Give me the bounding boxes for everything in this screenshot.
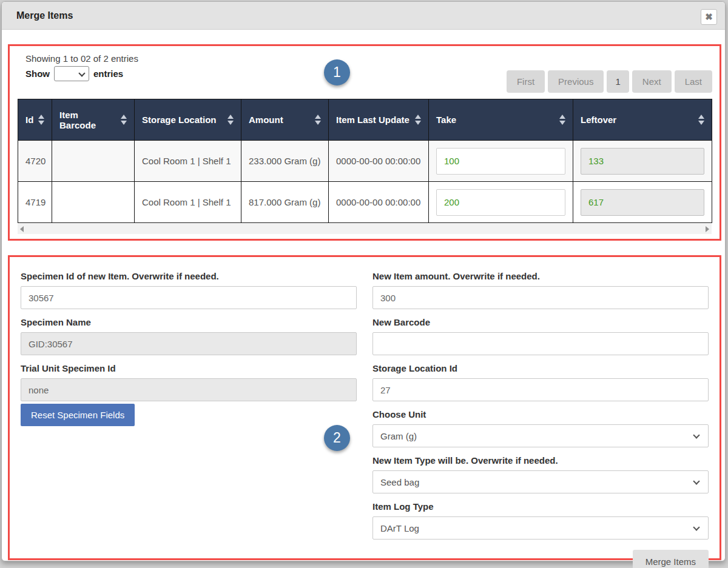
pagination-first-button[interactable]: First bbox=[507, 70, 545, 93]
cell-take bbox=[429, 141, 573, 182]
specimen-id-input[interactable] bbox=[21, 286, 357, 309]
cell-id: 4719 bbox=[18, 182, 52, 223]
merge-form-section: 2 Specimen Id of new Item. Overwrite if … bbox=[8, 255, 721, 560]
item-type-select-value: Seed bag bbox=[380, 477, 419, 487]
take-amount-input[interactable] bbox=[436, 148, 565, 175]
chevron-down-icon bbox=[693, 478, 699, 484]
chevron-down-icon bbox=[78, 70, 85, 76]
table-row: 4720 Cool Room 1 | Shelf 1 233.000 Gram … bbox=[18, 141, 712, 182]
step-1-badge: 1 bbox=[324, 59, 350, 85]
leftover-readout bbox=[581, 189, 704, 216]
merge-items-button[interactable]: Merge Items bbox=[633, 550, 709, 568]
pagination-last-button[interactable]: Last bbox=[675, 70, 712, 93]
items-table: Id Item Barcode Storage Location Amount … bbox=[18, 99, 712, 223]
unit-select-value: Gram (g) bbox=[380, 431, 417, 441]
column-header-take[interactable]: Take bbox=[429, 99, 573, 141]
table-row: 4719 Cool Room 1 | Shelf 1 817.000 Gram … bbox=[18, 182, 712, 223]
cell-leftover bbox=[573, 141, 712, 182]
pagination-previous-button[interactable]: Previous bbox=[548, 70, 604, 93]
sort-icon bbox=[698, 115, 704, 125]
leftover-readout bbox=[581, 148, 704, 175]
column-header-id[interactable]: Id bbox=[18, 99, 52, 141]
new-item-type-label: New Item Type will be. Overwrite if need… bbox=[372, 455, 709, 466]
show-label: Show bbox=[25, 68, 50, 79]
storage-location-id-input[interactable] bbox=[372, 378, 709, 401]
cell-amount: 817.000 Gram (g) bbox=[241, 182, 329, 223]
specimen-name-input bbox=[21, 332, 357, 355]
cell-id: 4720 bbox=[18, 141, 52, 182]
show-entries-row: Show entries bbox=[25, 66, 138, 81]
table-header-row: Id Item Barcode Storage Location Amount … bbox=[18, 99, 712, 141]
cell-take bbox=[429, 182, 573, 223]
reset-specimen-fields-button[interactable]: Reset Specimen Fields bbox=[21, 404, 135, 426]
merge-button-row: Merge Items bbox=[372, 550, 709, 568]
column-header-item-last-update[interactable]: Item Last Update bbox=[329, 99, 429, 141]
merge-items-dialog: Merge Items ✖ 1 Showing 1 to 02 of 2 ent… bbox=[1, 1, 726, 561]
column-header-amount[interactable]: Amount bbox=[241, 99, 329, 141]
sort-icon bbox=[415, 115, 421, 125]
new-item-amount-input[interactable] bbox=[372, 286, 709, 309]
column-header-leftover[interactable]: Leftover bbox=[573, 99, 712, 141]
item-log-type-select-value: DArT Log bbox=[380, 523, 419, 533]
new-barcode-label: New Barcode bbox=[372, 317, 709, 327]
cell-item-last-update: 0000-00-00 00:00:00 bbox=[329, 141, 429, 182]
cell-leftover bbox=[573, 182, 712, 223]
column-header-item-barcode[interactable]: Item Barcode bbox=[52, 99, 135, 141]
specimen-name-label: Specimen Name bbox=[21, 317, 357, 327]
items-table-section: 1 Showing 1 to 02 of 2 entries Show entr… bbox=[8, 44, 721, 241]
choose-unit-label: Choose Unit bbox=[372, 409, 709, 419]
specimen-id-label: Specimen Id of new Item. Overwrite if ne… bbox=[21, 271, 357, 281]
item-log-type-select[interactable]: DArT Log bbox=[372, 516, 709, 540]
showing-entries-text: Showing 1 to 02 of 2 entries bbox=[25, 53, 138, 64]
table-controls: Showing 1 to 02 of 2 entries Show entrie… bbox=[10, 46, 720, 93]
sort-icon bbox=[121, 115, 127, 125]
trial-unit-specimen-id-label: Trial Unit Specimen Id bbox=[21, 363, 357, 373]
form-left-column: Specimen Id of new Item. Overwrite if ne… bbox=[21, 266, 357, 568]
close-button[interactable]: ✖ bbox=[701, 9, 717, 25]
cell-storage-location: Cool Room 1 | Shelf 1 bbox=[135, 141, 241, 182]
storage-location-id-label: Storage Location Id bbox=[372, 363, 709, 373]
item-log-type-label: Item Log Type bbox=[372, 501, 709, 512]
table-info-block: Showing 1 to 02 of 2 entries Show entrie… bbox=[25, 53, 138, 93]
chevron-down-icon bbox=[693, 432, 699, 438]
dialog-titlebar: Merge Items ✖ bbox=[2, 2, 725, 30]
new-item-amount-label: New Item amount. Overwrite if needed. bbox=[372, 271, 709, 281]
horizontal-scrollbar[interactable] bbox=[18, 224, 712, 234]
trial-unit-specimen-id-input bbox=[21, 378, 357, 401]
column-header-storage-location[interactable]: Storage Location bbox=[135, 99, 241, 141]
form-right-column: New Item amount. Overwrite if needed. Ne… bbox=[372, 266, 709, 568]
take-amount-input[interactable] bbox=[436, 189, 565, 216]
pagination-page-1-button[interactable]: 1 bbox=[607, 70, 629, 93]
cell-item-last-update: 0000-00-00 00:00:00 bbox=[329, 182, 429, 223]
unit-select[interactable]: Gram (g) bbox=[372, 424, 709, 447]
pagination-next-button[interactable]: Next bbox=[632, 70, 672, 93]
pagination: First Previous 1 Next Last bbox=[507, 70, 712, 93]
cell-storage-location: Cool Room 1 | Shelf 1 bbox=[135, 182, 241, 223]
entries-label: entries bbox=[93, 68, 123, 79]
scroll-right-icon[interactable] bbox=[706, 226, 709, 232]
dialog-title: Merge Items bbox=[16, 10, 73, 21]
sort-icon bbox=[559, 115, 565, 125]
item-type-select[interactable]: Seed bag bbox=[372, 470, 709, 493]
cell-amount: 233.000 Gram (g) bbox=[241, 141, 329, 182]
page-length-select[interactable] bbox=[54, 66, 89, 81]
sort-icon bbox=[38, 115, 44, 125]
chevron-down-icon bbox=[693, 524, 699, 530]
scroll-left-icon[interactable] bbox=[20, 226, 24, 232]
sort-icon bbox=[315, 115, 321, 125]
new-barcode-input[interactable] bbox=[372, 332, 709, 355]
step-2-badge: 2 bbox=[324, 425, 350, 451]
sort-icon bbox=[228, 115, 234, 125]
cell-item-barcode bbox=[52, 141, 135, 182]
close-icon: ✖ bbox=[705, 12, 713, 22]
form-columns: Specimen Id of new Item. Overwrite if ne… bbox=[10, 257, 720, 568]
cell-item-barcode bbox=[52, 182, 135, 223]
